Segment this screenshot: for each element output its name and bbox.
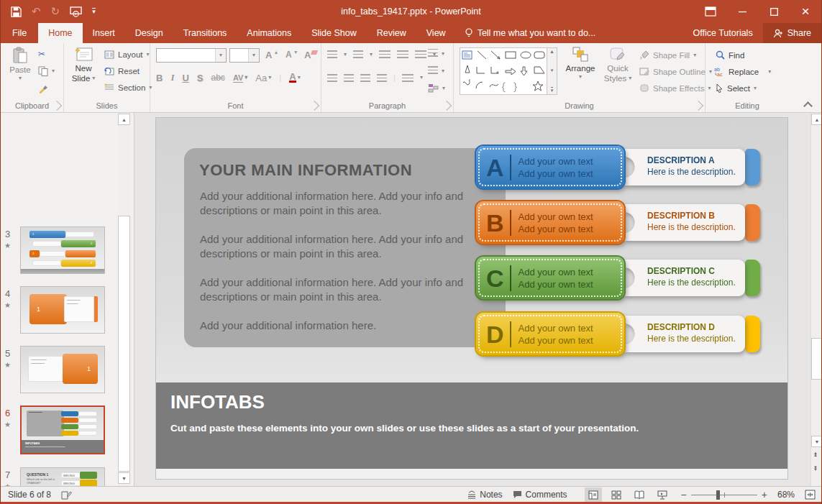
- quick-styles-button[interactable]: Quick Styles▾: [600, 47, 635, 83]
- copy-button[interactable]: ▾: [38, 66, 55, 76]
- strikethrough-button[interactable]: abc: [211, 73, 225, 83]
- previous-slide-button[interactable]: ▲▲: [813, 452, 818, 457]
- font-color-button[interactable]: A: [289, 73, 296, 83]
- slide-sorter-view-button[interactable]: [608, 487, 625, 502]
- arrange-button[interactable]: Arrange ▾: [563, 47, 598, 80]
- increase-indent-icon[interactable]: [397, 50, 408, 58]
- thumbnail-scroll-up-button[interactable]: ▲: [118, 114, 130, 125]
- tab-view[interactable]: View: [416, 23, 456, 43]
- tab-b[interactable]: B Add your own textAdd your own text: [476, 201, 624, 244]
- bold-button[interactable]: B: [156, 73, 163, 83]
- tab-d[interactable]: D Add your own textAdd your own text: [476, 313, 624, 355]
- minimize-button[interactable]: [726, 0, 758, 23]
- slide-canvas[interactable]: YOUR MAIN INFORMATION Add your additiona…: [156, 118, 787, 479]
- office-tutorials-link[interactable]: Office Tutorials: [683, 23, 763, 43]
- section-button[interactable]: Section▾: [104, 83, 152, 92]
- grow-font-button[interactable]: A▲: [265, 50, 278, 60]
- svg-text:ab: ab: [714, 67, 720, 72]
- infotabs-footer-band[interactable]: INFOTABS Cut and paste these elements in…: [156, 382, 787, 469]
- thumbnail-scrollbar[interactable]: ▲ ▼: [118, 113, 130, 486]
- main-information-panel[interactable]: YOUR MAIN INFORMATION Add your additiona…: [184, 148, 506, 347]
- paste-button[interactable]: Paste ▾: [6, 47, 34, 81]
- tell-me-box[interactable]: Tell me what you want to do...: [456, 23, 605, 43]
- justify-icon[interactable]: [377, 74, 387, 82]
- align-left-icon[interactable]: [327, 74, 337, 82]
- slide-show-view-button[interactable]: [654, 487, 671, 502]
- share-button[interactable]: Share: [763, 23, 821, 43]
- tab-c-description-card[interactable]: DESCRIPTION C Here is the description.: [624, 260, 745, 296]
- align-right-icon[interactable]: [360, 74, 370, 82]
- columns-icon[interactable]: [402, 74, 414, 82]
- notes-toggle[interactable]: Notes: [467, 490, 502, 500]
- tab-slide-show[interactable]: Slide Show: [301, 23, 367, 43]
- fit-to-window-icon[interactable]: [805, 490, 816, 500]
- tab-transitions[interactable]: Transitions: [173, 23, 237, 43]
- change-case-button[interactable]: Aa: [255, 73, 267, 83]
- ribbon-display-options-icon[interactable]: [695, 0, 726, 23]
- normal-view-button[interactable]: [585, 487, 602, 502]
- zoom-slider-knob[interactable]: [716, 490, 720, 500]
- shape-fill-button[interactable]: Shape Fill▾: [639, 50, 696, 60]
- slide-thumbnail-3[interactable]: 1 2 3 4: [20, 226, 105, 274]
- slide-thumbnail-4[interactable]: 1 ▔▔▔▔▔▔▔▔▔▔▔: [20, 286, 105, 334]
- new-slide-button[interactable]: New Slide▾: [68, 47, 99, 83]
- text-direction-icon[interactable]: [428, 49, 438, 58]
- thumbnail-scroll-thumb[interactable]: [118, 216, 130, 472]
- shapes-scrollbar[interactable]: ▲▾▾: [547, 48, 557, 94]
- zoom-slider[interactable]: [691, 487, 757, 502]
- slide-thumbnail-6-selected[interactable]: ▔▔▔▔▔▔ INFOTABS ▔▔▔▔▔▔▔▔▔▔▔▔▔▔▔▔▔▔: [20, 406, 105, 454]
- character-spacing-button[interactable]: AV▾: [233, 73, 247, 83]
- close-button[interactable]: ×: [790, 0, 821, 23]
- tab-d-description-card[interactable]: DESCRIPTION D Here is the description.: [624, 316, 745, 352]
- replace-button[interactable]: abac Replace ▾: [714, 67, 771, 76]
- smartart-icon[interactable]: [428, 83, 439, 93]
- collapse-ribbon-icon[interactable]: [803, 101, 813, 111]
- find-button[interactable]: Find: [716, 50, 744, 60]
- slide-thumbnail-5[interactable]: 1 ▔▔▔▔▔▔▔▔▔▔▔▔▔: [20, 346, 105, 393]
- shape-outline-button[interactable]: Shape Outline▾: [639, 67, 712, 76]
- clear-formatting-button[interactable]: A: [304, 50, 317, 60]
- shape-effects-button[interactable]: Shape Effects▾: [639, 83, 711, 93]
- tab-design[interactable]: Design: [125, 23, 173, 43]
- tab-a[interactable]: A Add your own textAdd your own text: [476, 146, 624, 188]
- reset-button[interactable]: Reset: [104, 67, 140, 75]
- thumbnail-scroll-down-button[interactable]: ▼: [118, 472, 130, 484]
- main-scrollbar[interactable]: ▲ ▼ ▲▲ ▼▼: [810, 113, 822, 486]
- line-spacing-icon[interactable]: [415, 50, 426, 58]
- select-button[interactable]: Select▾: [716, 83, 757, 93]
- cut-button[interactable]: ✂: [38, 49, 45, 59]
- zoom-level-label[interactable]: 68%: [777, 490, 795, 500]
- tab-a-description-card[interactable]: DESCRIPTION A Here is the description.: [624, 149, 745, 185]
- underline-button[interactable]: U: [182, 73, 188, 83]
- numbering-icon[interactable]: [353, 50, 363, 58]
- zoom-in-button[interactable]: +: [762, 489, 767, 500]
- text-shadow-button[interactable]: S: [197, 73, 204, 83]
- italic-button[interactable]: I: [170, 72, 174, 83]
- format-painter-button[interactable]: [38, 83, 48, 93]
- font-name-combo[interactable]: ▾: [156, 48, 227, 63]
- tab-animations[interactable]: Animations: [237, 23, 301, 43]
- shapes-gallery[interactable]: ▲▾▾: [460, 47, 557, 95]
- font-size-combo[interactable]: ▾: [229, 48, 260, 63]
- shrink-font-button[interactable]: A▼: [286, 50, 298, 60]
- decrease-indent-icon[interactable]: [379, 50, 391, 58]
- maximize-button[interactable]: [758, 0, 790, 23]
- main-scroll-thumb[interactable]: [811, 338, 822, 380]
- tab-file[interactable]: File: [1, 23, 38, 43]
- layout-button[interactable]: Layout▾: [104, 50, 150, 59]
- main-scroll-up-button[interactable]: ▲: [811, 114, 822, 125]
- main-scroll-down-button[interactable]: ▼: [811, 436, 822, 447]
- bullets-icon[interactable]: [327, 50, 337, 58]
- next-slide-button[interactable]: ▼▼: [813, 467, 818, 472]
- tab-insert[interactable]: Insert: [83, 23, 125, 43]
- tab-review[interactable]: Review: [367, 23, 416, 43]
- reading-view-button[interactable]: [631, 487, 648, 502]
- align-text-icon[interactable]: [428, 66, 438, 75]
- tab-c[interactable]: C Add your own textAdd your own text: [476, 257, 624, 299]
- comments-toggle[interactable]: Comments: [513, 490, 567, 500]
- tab-b-description-card[interactable]: DESCRIPTION B Here is the description.: [624, 204, 745, 241]
- align-center-icon[interactable]: [344, 74, 354, 82]
- tab-home[interactable]: Home: [38, 23, 82, 43]
- notes-pen-icon[interactable]: [61, 490, 72, 500]
- zoom-out-button[interactable]: −: [681, 489, 687, 500]
